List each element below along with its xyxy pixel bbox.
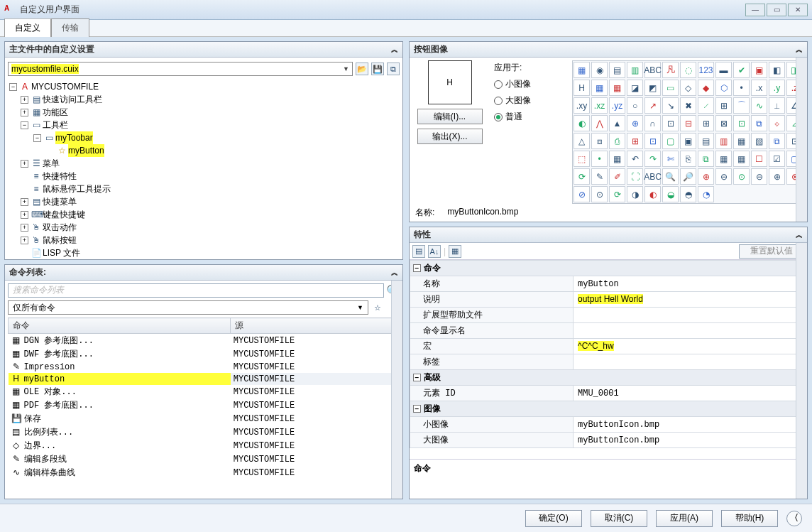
prop-tag-value[interactable] [574, 354, 807, 370]
palette-icon[interactable]: ∿ [751, 97, 767, 114]
palette-icon[interactable]: ☐ [751, 151, 767, 167]
tree-mousebtn[interactable]: +🖱鼠标按钮 [8, 234, 400, 246]
command-row[interactable]: ∿编辑样条曲线MYCUSTOMFILE [9, 466, 400, 479]
palette-icon[interactable]: ▥ [627, 62, 643, 78]
palette-icon[interactable]: ⎙ [609, 133, 625, 149]
help-button[interactable]: 帮助(H) [721, 510, 778, 527]
palette-icon[interactable]: ⊙ [733, 168, 750, 185]
prop-small-value[interactable]: myButtonIcon.bmp [574, 417, 807, 433]
palette-icon[interactable]: ▦ [591, 80, 608, 96]
col-command[interactable]: 命令 [9, 318, 231, 334]
palette-icon[interactable]: ▧ [751, 133, 767, 149]
palette-icon[interactable]: ⌒ [733, 97, 750, 114]
tree-toolbar[interactable]: −▭工具栏 [8, 119, 400, 131]
prop-large-value[interactable]: myButtonIcon.bmp [574, 433, 807, 448]
palette-icon[interactable]: ⟳ [609, 186, 625, 202]
palette-icon[interactable]: ⋀ [591, 115, 608, 131]
alphabetic-view-icon[interactable]: A↓ [428, 245, 441, 258]
command-row[interactable]: ✎编辑多段线MYCUSTOMFILE [9, 452, 400, 466]
palette-icon[interactable]: △ [574, 133, 590, 149]
palette-icon[interactable]: ⊞ [715, 97, 732, 114]
palette-icon[interactable]: ○ [627, 97, 643, 114]
palette-icon[interactable]: ⊡ [733, 115, 750, 131]
palette-icon[interactable]: ⟳ [574, 168, 590, 185]
palette-icon[interactable]: ABC [644, 62, 661, 78]
search-input[interactable]: 搜索命令列表 [8, 283, 384, 298]
group-advanced[interactable]: −高级 [410, 370, 807, 386]
tree-menu[interactable]: +☰菜单 [8, 157, 400, 170]
palette-icon[interactable]: ⊖ [751, 168, 767, 185]
palette-icon[interactable]: ↘ [662, 97, 679, 114]
palette-icon[interactable]: ⬡ [715, 80, 732, 96]
command-row[interactable]: HmyButtonMYCUSTOMFILE [9, 373, 400, 385]
prop-exthelp-value[interactable] [574, 308, 807, 323]
palette-icon[interactable]: H [574, 80, 590, 96]
palette-icon[interactable]: ☑ [769, 151, 785, 167]
palette-icon[interactable]: ◉ [591, 62, 608, 78]
tree-ribbon[interactable]: +▦功能区 [8, 106, 400, 119]
reset-defaults-button[interactable]: 重置默认值 [739, 244, 804, 259]
save-file-icon[interactable]: 💾 [371, 63, 384, 75]
tree-root[interactable]: −AMYCUSTOMFILE [8, 80, 400, 93]
palette-icon[interactable]: ABC [644, 168, 661, 185]
command-row[interactable]: ▤比例列表...MYCUSTOMFILE [9, 425, 400, 439]
palette-icon[interactable]: .xy [574, 97, 590, 114]
palette-icon[interactable]: ⧉ [698, 151, 714, 167]
palette-icon[interactable]: ⊠ [715, 115, 732, 131]
palette-icon[interactable]: ◧ [769, 62, 785, 78]
palette-icon[interactable]: ⊡ [644, 133, 661, 149]
palette-icon[interactable]: ⊕ [627, 115, 643, 131]
palette-icon[interactable]: ▦ [609, 80, 625, 96]
col-source[interactable]: 源 [231, 318, 400, 334]
palette-icon[interactable]: ⊘ [574, 186, 590, 202]
palette-icon[interactable]: ◆ [698, 80, 714, 96]
palette-icon[interactable]: ▦ [733, 133, 750, 149]
new-command-icon[interactable]: ☆ [371, 301, 384, 314]
palette-icon[interactable]: ⧉ [769, 133, 785, 149]
palette-icon[interactable]: • [591, 151, 608, 167]
palette-icon[interactable]: • [733, 80, 750, 96]
palette-icon[interactable]: ⟋ [698, 97, 714, 114]
palette-icon[interactable]: .x [751, 80, 767, 96]
palette-icon[interactable]: ↗ [644, 97, 661, 114]
palette-icon[interactable]: 🔍 [662, 168, 679, 185]
command-row[interactable]: ▦DWF 参考底图...MYCUSTOMFILE [9, 347, 400, 361]
tree-mybutton[interactable]: ☆myButton [8, 144, 400, 157]
palette-icon[interactable]: ▦ [733, 151, 750, 167]
palette-icon[interactable]: ✖ [680, 97, 696, 114]
export-button[interactable]: 输出(X)... [417, 129, 483, 144]
scrollbar[interactable] [391, 281, 402, 499]
palette-icon[interactable]: ⊖ [715, 168, 732, 185]
prop-macro-value[interactable]: ^C^C_hw [574, 339, 807, 354]
collapse-icon[interactable]: ︽ [391, 268, 398, 278]
command-row[interactable]: 💾保存MYCUSTOMFILE [9, 412, 400, 425]
palette-icon[interactable]: ↶ [627, 151, 643, 167]
radio-small-image[interactable]: 小图像 [494, 78, 565, 90]
tree-mytoolbar[interactable]: −▭myToobar [8, 131, 400, 144]
palette-icon[interactable]: ⟂ [769, 97, 785, 114]
group-image[interactable]: −图像 [410, 401, 807, 417]
palette-icon[interactable]: ⊞ [698, 115, 714, 131]
palette-icon[interactable]: ⊟ [680, 115, 696, 131]
palette-icon[interactable]: 凡 [662, 62, 679, 78]
palette-icon[interactable]: ⊕ [698, 168, 714, 185]
palette-icon[interactable]: ⧈ [591, 133, 608, 149]
palette-icon[interactable]: ✐ [609, 168, 625, 185]
palette-icon[interactable]: ◓ [680, 186, 696, 202]
palette-icon[interactable]: ▭ [662, 80, 679, 96]
minimize-button[interactable]: — [745, 4, 765, 16]
property-pages-icon[interactable]: ▦ [449, 245, 461, 258]
palette-icon[interactable]: ⬚ [574, 151, 590, 167]
palette-icon[interactable]: ▦ [609, 151, 625, 167]
palette-icon[interactable]: ▤ [698, 133, 714, 149]
palette-icon[interactable]: ✔ [733, 62, 750, 78]
expand-dialog-button[interactable]: 〈 [786, 511, 802, 526]
palette-icon[interactable]: ◒ [662, 186, 679, 202]
palette-icon[interactable]: ◐ [644, 186, 661, 202]
tree-lisp[interactable]: 📄LISP 文件 [8, 246, 400, 259]
command-row[interactable]: ▦OLE 对象...MYCUSTOMFILE [9, 385, 400, 398]
prop-elemid-value[interactable]: MMU_0001 [574, 386, 807, 401]
palette-icon[interactable]: ▢ [662, 133, 679, 149]
cui-file-dropdown[interactable]: mycustomfile.cuix ▼ [8, 62, 353, 76]
tab-customize[interactable]: 自定义 [4, 18, 51, 37]
